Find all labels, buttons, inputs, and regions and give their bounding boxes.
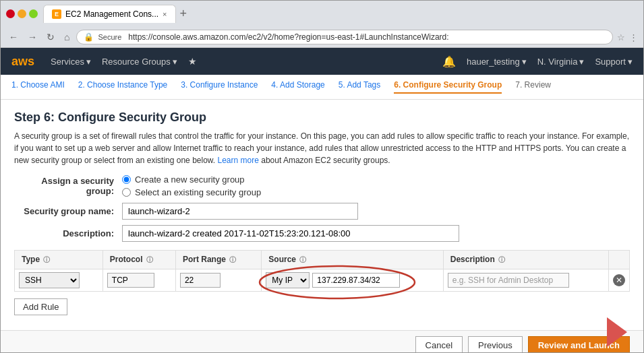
desc-info-icon[interactable]: ⓘ: [498, 256, 505, 263]
remove-cell: ✕: [609, 269, 630, 292]
red-arrow-indicator: [607, 317, 641, 347]
sg-name-label: Security group name:: [14, 206, 122, 216]
svg-marker-1: [607, 317, 627, 347]
port-cell: [175, 269, 261, 292]
browser-tab[interactable]: E EC2 Management Cons... ×: [43, 5, 176, 23]
url-field[interactable]: 🔒 Secure https://console.aws.amazon.com/…: [76, 30, 613, 44]
step-4[interactable]: 4. Add Storage: [271, 80, 324, 94]
col-type: Type ⓘ: [15, 251, 103, 269]
nav-services[interactable]: Services ▾: [51, 57, 91, 67]
radio-new-input[interactable]: [122, 175, 131, 184]
user-chevron: ▾: [522, 57, 527, 67]
region-chevron: ▾: [579, 57, 584, 67]
back-button[interactable]: ←: [6, 30, 21, 44]
description-input[interactable]: [122, 225, 459, 242]
tab-title: EC2 Management Cons...: [65, 9, 158, 19]
step-5[interactable]: 5. Add Tags: [339, 80, 381, 94]
region-label: N. Virginia: [537, 57, 578, 67]
port-info-icon[interactable]: ⓘ: [229, 256, 236, 263]
description-row: Description:: [14, 225, 630, 242]
nav-region[interactable]: N. Virginia ▾: [537, 57, 585, 67]
description-cell: [443, 269, 608, 292]
forward-button[interactable]: →: [25, 30, 40, 44]
page-about-text: about Amazon EC2 security groups.: [261, 156, 390, 165]
footer-nav: Cancel Previous Review and Launch: [1, 330, 643, 353]
resource-groups-chevron: ▾: [173, 57, 177, 67]
notifications-bell-icon[interactable]: 🔔: [442, 55, 456, 68]
resource-groups-label: Resource Groups: [102, 57, 171, 67]
protocol-cell: [103, 269, 175, 292]
col-source: Source ⓘ: [262, 251, 443, 269]
add-rule-button[interactable]: Add Rule: [14, 298, 67, 315]
wizard-steps: 1. Choose AMI 2. Choose Instance Type 3.…: [1, 75, 643, 100]
aws-nav: aws Services ▾ Resource Groups ▾ ★ 🔔 hau…: [1, 48, 643, 75]
step-7[interactable]: 7. Review: [515, 80, 551, 94]
tab-favicon: E: [52, 9, 61, 19]
description-label: Description:: [14, 228, 122, 238]
rules-table: Type ⓘ Protocol ⓘ Port Range ⓘ Source ⓘ …: [14, 250, 630, 292]
description-field[interactable]: [448, 273, 569, 288]
radio-existing-input[interactable]: [122, 188, 131, 197]
col-port-range: Port Range ⓘ: [175, 251, 261, 269]
source-cell: My IP Anywhere Custom: [262, 269, 443, 292]
nav-resource-groups[interactable]: Resource Groups ▾: [102, 57, 177, 67]
step-2[interactable]: 2. Choose Instance Type: [78, 80, 168, 94]
url-text[interactable]: https://console.aws.amazon.com/ec2/v2/ho…: [128, 32, 448, 42]
type-info-icon[interactable]: ⓘ: [43, 256, 50, 263]
remove-rule-button[interactable]: ✕: [613, 274, 625, 286]
favorites-star-icon[interactable]: ★: [188, 56, 197, 67]
radio-existing-label: Select an existing security group: [135, 187, 261, 197]
maximize-button[interactable]: [29, 9, 38, 18]
col-action: [609, 251, 630, 269]
assign-security-group-row: Assign a security group: Create a new se…: [14, 174, 630, 197]
address-bar: ← → ↻ ⌂ 🔒 Secure https://console.aws.ama…: [1, 27, 643, 48]
radio-group: Create a new security group Select an ex…: [122, 174, 261, 197]
type-select[interactable]: SSH HTTP HTTPS Custom TCP: [19, 272, 80, 288]
minimize-button[interactable]: [18, 9, 26, 18]
services-label: Services: [51, 57, 84, 67]
close-button[interactable]: [6, 9, 15, 18]
sg-name-row: Security group name:: [14, 203, 630, 220]
browser-top-bar: E EC2 Management Cons... × +: [1, 1, 643, 27]
radio-new-option[interactable]: Create a new security group: [122, 174, 261, 185]
window-controls: [6, 9, 38, 18]
learn-more-link[interactable]: Learn more: [218, 156, 259, 165]
bookmark-icon[interactable]: ☆: [617, 32, 625, 42]
main-content: Step 6: Configure Security Group A secur…: [1, 100, 643, 330]
step-1[interactable]: 1. Choose AMI: [11, 80, 65, 94]
page-title: Step 6: Configure Security Group: [14, 110, 630, 125]
source-info-icon[interactable]: ⓘ: [299, 256, 306, 263]
radio-existing-option[interactable]: Select an existing security group: [122, 187, 261, 197]
refresh-button[interactable]: ↻: [44, 30, 57, 44]
cancel-button[interactable]: Cancel: [415, 336, 463, 353]
support-chevron: ▾: [628, 57, 633, 67]
assign-label: Assign a security group:: [14, 176, 122, 196]
port-input: [180, 273, 221, 288]
user-label: hauer_testing: [467, 57, 520, 67]
nav-right: 🔔 hauer_testing ▾ N. Virginia ▾ Support …: [442, 55, 633, 68]
protocol-input: [107, 273, 154, 288]
col-description: Description ⓘ: [443, 251, 608, 269]
new-tab-button[interactable]: +: [176, 7, 192, 21]
services-chevron: ▾: [86, 57, 91, 67]
home-button[interactable]: ⌂: [61, 30, 72, 44]
source-type-select[interactable]: My IP Anywhere Custom: [266, 272, 310, 288]
tab-close-icon[interactable]: ×: [163, 10, 167, 18]
step-6[interactable]: 6. Configure Security Group: [394, 80, 502, 94]
step-3[interactable]: 3. Configure Instance: [181, 80, 258, 94]
browser-window: E EC2 Management Cons... × + ← → ↻ ⌂ 🔒 S…: [0, 0, 644, 353]
secure-lock-icon: 🔒: [84, 32, 94, 42]
radio-new-label: Create a new security group: [135, 174, 245, 185]
nav-support[interactable]: Support ▾: [595, 57, 633, 67]
col-protocol: Protocol ⓘ: [103, 251, 175, 269]
menu-icon[interactable]: ⋮: [629, 32, 638, 42]
page-description: A security group is a set of firewall ru…: [14, 130, 630, 166]
protocol-info-icon[interactable]: ⓘ: [146, 256, 153, 263]
support-label: Support: [595, 57, 626, 67]
type-cell: SSH HTTP HTTPS Custom TCP: [15, 269, 103, 292]
source-value-input[interactable]: [312, 273, 400, 288]
secure-label: Secure: [98, 33, 121, 41]
previous-button[interactable]: Previous: [468, 336, 523, 353]
nav-user[interactable]: hauer_testing ▾: [467, 57, 527, 67]
sg-name-input[interactable]: [122, 203, 358, 220]
